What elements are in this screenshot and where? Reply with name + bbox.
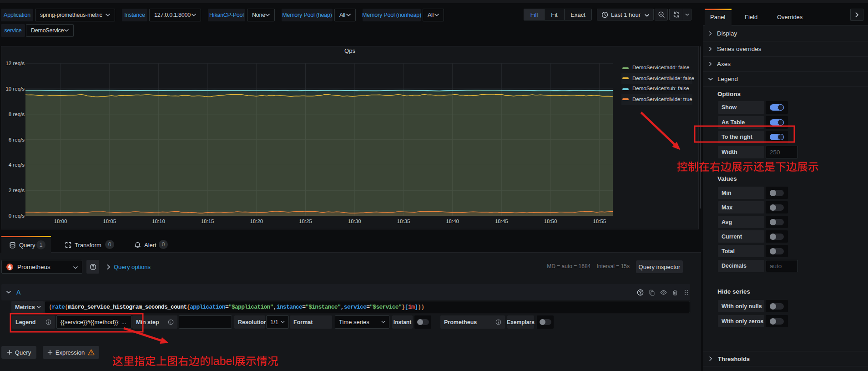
svg-text:label: label [211,355,235,367]
